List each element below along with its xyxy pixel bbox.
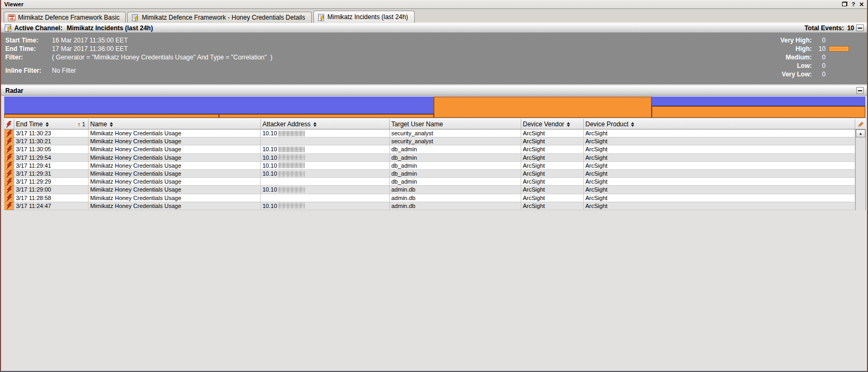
tab-label: Mimikatz Incidents (last 24h) [328, 13, 408, 21]
cell-device_vendor: ArcSight [521, 145, 584, 153]
radar-chart[interactable] [4, 96, 865, 118]
info-row: Start Time:16 Mar 2017 11:35:00 EET [5, 36, 273, 45]
scroll-up-button[interactable]: ▲ [856, 129, 865, 137]
priority-stat-value: 0 [812, 53, 826, 62]
high-priority-bar [829, 46, 849, 51]
priority-stat-label: Low: [797, 62, 812, 70]
cell-device_vendor: ArcSight [521, 194, 584, 202]
table-row[interactable]: 3/17 11:24:47Mimikatz Honey Credentials … [4, 202, 866, 210]
event-flash-cell [4, 129, 14, 137]
radar-blue-band [652, 97, 865, 106]
priority-stat-label: Very High: [781, 36, 812, 45]
header-end-time[interactable]: End Time↑ 1 [14, 119, 89, 129]
cell-text: Mimikatz Honey Credentials Usage [90, 154, 181, 161]
cell-attacker: 10.10 [261, 202, 390, 210]
column-label: Name [90, 120, 107, 128]
lightning-icon [6, 146, 12, 153]
sort-arrows-icon [110, 122, 113, 127]
table-row[interactable]: 3/17 11:30:21Mimikatz Honey Credentials … [4, 137, 866, 145]
tab-3[interactable]: Mimikatz Incidents (last 24h) [313, 11, 415, 23]
cell-target_user: admin.db [390, 202, 521, 210]
cell-name: Mimikatz Honey Credentials Usage [89, 137, 261, 145]
priority-stat-label: High: [795, 45, 812, 53]
cell-text: Mimikatz Honey Credentials Usage [90, 162, 181, 169]
cell-text: ArcSight [585, 154, 608, 161]
report-icon [131, 14, 139, 21]
cell-text: ArcSight [523, 194, 545, 202]
active-channel-header: Active Channel: Mimikatz Incidents (last… [1, 23, 867, 33]
cell-text: db_admin [391, 178, 417, 185]
cell-text: ArcSight [523, 178, 545, 185]
tab-1[interactable]: Mimikatz Defence Framework Basic [4, 12, 126, 23]
table-row[interactable]: 3/17 11:28:58Mimikatz Honey Credentials … [4, 194, 866, 202]
cell-attacker [261, 194, 390, 202]
cell-device_product: ArcSight [584, 129, 855, 137]
cell-text: ArcSight [523, 154, 545, 161]
table-row[interactable]: 3/17 11:29:29Mimikatz Honey Credentials … [4, 178, 866, 186]
active-channel-name: Mimikatz Incidents (last 24h) [67, 24, 153, 32]
cell-text: 3/17 11:28:58 [16, 194, 51, 202]
column-label: Device Product [585, 120, 628, 128]
table-row[interactable]: 3/17 11:29:00Mimikatz Honey Credentials … [4, 186, 866, 194]
radar-orange-band [4, 114, 219, 118]
cell-target_user: db_admin [390, 145, 521, 153]
table-row[interactable]: 3/17 11:30:23Mimikatz Honey Credentials … [4, 129, 866, 137]
lightning-icon [6, 194, 12, 201]
table-edit-button[interactable] [855, 119, 866, 129]
cell-text: 3/17 11:29:29 [16, 178, 51, 185]
help-icon[interactable]: ? [852, 1, 855, 7]
table-row[interactable]: 3/17 11:29:54Mimikatz Honey Credentials … [4, 154, 866, 162]
priority-stat-value: 0 [812, 70, 826, 79]
close-icon[interactable]: × [860, 2, 864, 7]
restore-window-icon[interactable] [842, 1, 847, 7]
cell-end_time: 3/17 11:29:41 [14, 162, 89, 170]
redacted-ip-patch [278, 187, 305, 193]
lightning-icon [6, 170, 12, 177]
cell-attacker: 10.10 [261, 186, 390, 194]
cell-text: ArcSight [523, 186, 545, 193]
header-device-product[interactable]: Device Product [584, 119, 855, 129]
cell-device_product: ArcSight [584, 194, 855, 202]
vertical-scrollbar[interactable]: ▲ [855, 129, 866, 210]
radar-title: Radar [1, 87, 23, 94]
redacted-ip-patch [278, 171, 305, 177]
cell-end_time: 3/17 11:24:47 [14, 202, 89, 210]
dashboard-icon [8, 14, 15, 21]
cell-name: Mimikatz Honey Credentials Usage [89, 145, 261, 153]
table-row[interactable]: 3/17 11:29:41Mimikatz Honey Credentials … [4, 162, 866, 170]
event-flash-cell [4, 186, 14, 194]
collapse-radar-button[interactable] [856, 87, 864, 94]
info-row: Inline Filter:No Filter [5, 66, 273, 75]
cell-text: 3/17 11:29:41 [16, 162, 51, 169]
cell-text: ArcSight [585, 178, 608, 185]
cell-text: ArcSight [585, 186, 608, 193]
cell-text: Mimikatz Honey Credentials Usage [90, 129, 181, 137]
cell-target_user: db_admin [390, 162, 521, 170]
table-row[interactable]: 3/17 11:29:31Mimikatz Honey Credentials … [4, 170, 866, 178]
cell-text: admin.db [391, 194, 415, 202]
cell-text: Mimikatz Honey Credentials Usage [90, 186, 181, 193]
event-flash-cell [4, 170, 14, 178]
cell-name: Mimikatz Honey Credentials Usage [89, 162, 261, 170]
redacted-ip-patch [278, 162, 305, 168]
table-row[interactable]: 3/17 11:30:05Mimikatz Honey Credentials … [4, 145, 866, 153]
header-attacker-address[interactable]: Attacker Address [261, 119, 390, 129]
tab-2[interactable]: Mimikatz Defence Framework - Honey Crede… [127, 12, 311, 23]
priority-stat-row: High:10 [781, 45, 826, 53]
cell-device_vendor: ArcSight [521, 202, 584, 210]
cell-text: db_admin [391, 170, 417, 177]
info-label: Filter: [5, 53, 52, 62]
attacker-ip-prefix: 10.10 [262, 186, 277, 193]
cell-text: admin.db [391, 202, 415, 210]
cell-text: ArcSight [523, 145, 545, 153]
cell-text: ArcSight [585, 129, 608, 137]
event-flash-cell [4, 194, 14, 202]
cell-attacker: 10.10 [261, 145, 390, 153]
cell-text: ArcSight [585, 170, 608, 177]
redacted-ip-patch [278, 146, 305, 152]
header-name[interactable]: Name [89, 119, 261, 129]
cell-text: ArcSight [585, 162, 608, 169]
collapse-active-channel-button[interactable] [856, 24, 864, 31]
header-device-vendor[interactable]: Device Vendor [521, 119, 584, 129]
attacker-ip-prefix: 10.10 [262, 202, 277, 210]
